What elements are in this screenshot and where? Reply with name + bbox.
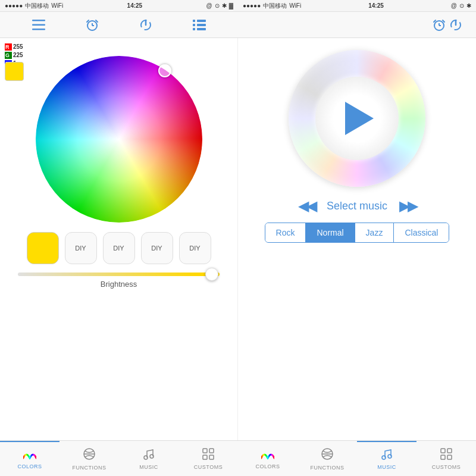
tab-label-customs-right: CUSTOMS	[432, 464, 461, 470]
color-swatch[interactable]	[5, 62, 24, 81]
color-buttons: DIY DIY DIY DIY	[27, 232, 211, 264]
functions-icon-left	[83, 447, 96, 464]
svg-rect-10	[193, 24, 195, 26]
brightness-slider-thumb[interactable]	[205, 268, 218, 281]
music-icon-right	[381, 448, 393, 463]
color-wheel-handle[interactable]	[158, 64, 171, 77]
time-left: 14:25	[127, 2, 143, 9]
tab-label-colors-left: COLORS	[17, 464, 42, 469]
tab-functions-left[interactable]: FUNCTIONS	[60, 441, 119, 476]
svg-rect-11	[197, 24, 206, 26]
color-preset-diy-4[interactable]: DIY	[179, 232, 211, 264]
g-value: 225	[13, 51, 23, 60]
toolbars	[0, 12, 476, 38]
time-right: 14:25	[368, 2, 384, 9]
tab-bar-left: COLORS FUNCTIONS MUSIC CUSTOMS	[0, 441, 238, 476]
svg-rect-23	[203, 449, 207, 453]
toolbar-right	[238, 12, 476, 38]
tab-customs-right[interactable]: CUSTOMS	[416, 441, 476, 476]
color-wheel[interactable]	[36, 56, 202, 223]
rgb-g-row: G 225	[5, 51, 23, 60]
svg-rect-25	[203, 455, 207, 459]
tab-label-customs-left: CUSTOMS	[194, 464, 223, 470]
main-content: R 255 G 225 B 1 DIY DIY DIY DIY	[0, 38, 476, 440]
status-right-icons-right: @ ⊙ ✱	[451, 2, 471, 9]
brightness-slider-track[interactable]	[18, 273, 220, 276]
signal-dots-right: ●●●●●	[243, 2, 261, 9]
tab-label-colors-right: COLORS	[255, 464, 280, 469]
tab-colors-right[interactable]: COLORS	[238, 441, 298, 476]
svg-rect-9	[197, 20, 206, 22]
color-preset-diy-1[interactable]: DIY	[65, 232, 97, 264]
tab-customs-left[interactable]: CUSTOMS	[178, 441, 238, 476]
tab-bar-right: COLORS FUNCTIONS MUSIC CUSTOMS	[238, 441, 476, 476]
svg-rect-13	[197, 28, 206, 30]
status-left-right: ●●●●● 中国移动 WiFi	[243, 2, 301, 10]
left-panel: R 255 G 225 B 1 DIY DIY DIY DIY	[0, 38, 238, 440]
alarm-icon-left[interactable]	[84, 17, 101, 33]
disc-container	[289, 50, 425, 187]
genre-tab-normal[interactable]: Normal	[306, 223, 355, 242]
tab-colors-left[interactable]: COLORS	[0, 441, 60, 476]
genre-tab-rock[interactable]: Rock	[265, 223, 306, 242]
list-icon[interactable]	[191, 17, 208, 33]
r-letter: R	[5, 43, 12, 51]
svg-rect-31	[441, 449, 445, 453]
wifi-right: WiFi	[289, 2, 301, 9]
color-preset-diy-2[interactable]: DIY	[103, 232, 135, 264]
carrier-left: 中国移动	[25, 2, 49, 10]
brightness-section: Brightness	[6, 273, 231, 289]
status-bars: ●●●●● 中国移动 WiFi 14:25 @ ⊙ ✱ ▓ ●●●●● 中国移动…	[0, 0, 476, 12]
rgb-r-row: R 255	[5, 43, 23, 51]
bottom-tab-bars: COLORS FUNCTIONS MUSIC CUSTOMS COL	[0, 440, 476, 476]
select-music-label: Select music	[327, 200, 387, 212]
alarm-icon-right[interactable]	[431, 17, 447, 33]
svg-rect-32	[447, 449, 452, 453]
forward-button[interactable]: ▶▶	[399, 198, 416, 214]
tab-music-left[interactable]: MUSIC	[119, 441, 178, 476]
music-icon-left	[143, 448, 155, 463]
g-letter: G	[5, 52, 12, 60]
customs-icon-left	[202, 448, 214, 463]
power-icon-right[interactable]	[447, 17, 464, 33]
customs-icon-right	[440, 448, 452, 463]
svg-rect-33	[441, 455, 445, 459]
power-icon-left[interactable]	[137, 17, 154, 33]
disc-inner	[315, 77, 399, 160]
color-preset-diy-3[interactable]: DIY	[141, 232, 173, 264]
status-bar-left: ●●●●● 中国移动 WiFi 14:25 @ ⊙ ✱ ▓	[0, 0, 238, 12]
svg-rect-12	[193, 28, 195, 30]
status-bar-right: ●●●●● 中国移动 WiFi 14:25 @ ⊙ ✱	[238, 0, 476, 12]
tab-label-music-left: MUSIC	[139, 464, 158, 470]
color-wheel-container	[36, 56, 202, 223]
tab-music-right[interactable]: MUSIC	[357, 441, 416, 476]
tab-label-functions-left: FUNCTIONS	[73, 465, 107, 471]
wifi-left: WiFi	[51, 2, 63, 9]
tab-functions-right[interactable]: FUNCTIONS	[298, 441, 357, 476]
toolbar-left	[0, 12, 238, 38]
tab-label-music-right: MUSIC	[377, 464, 396, 470]
rewind-button[interactable]: ◀◀	[298, 198, 315, 214]
svg-rect-24	[209, 449, 214, 453]
svg-rect-8	[193, 20, 195, 22]
r-value: 255	[13, 43, 23, 51]
svg-rect-34	[447, 455, 452, 459]
color-preset-yellow[interactable]	[27, 232, 59, 264]
genre-tabs: Rock Normal Jazz Classical	[265, 223, 450, 243]
signal-dots-left: ●●●●●	[5, 2, 23, 9]
right-panel: ◀◀ Select music ▶▶ Rock Normal Jazz Clas…	[238, 38, 476, 440]
svg-rect-0	[32, 20, 45, 21]
music-controls: ◀◀ Select music ▶▶	[298, 198, 416, 214]
functions-icon-right	[321, 447, 334, 464]
svg-rect-26	[209, 455, 214, 459]
play-button[interactable]	[345, 102, 374, 135]
genre-tab-jazz[interactable]: Jazz	[355, 223, 394, 242]
genre-tab-classical[interactable]: Classical	[394, 223, 449, 242]
colors-icon-right	[261, 449, 274, 462]
menu-icon[interactable]	[30, 17, 47, 33]
disc-outer	[289, 50, 425, 187]
carrier-right: 中国移动	[263, 2, 287, 10]
svg-rect-2	[32, 29, 45, 30]
status-right-icons-left: @ ⊙ ✱ ▓	[206, 2, 233, 9]
status-left-left: ●●●●● 中国移动 WiFi	[5, 2, 63, 10]
